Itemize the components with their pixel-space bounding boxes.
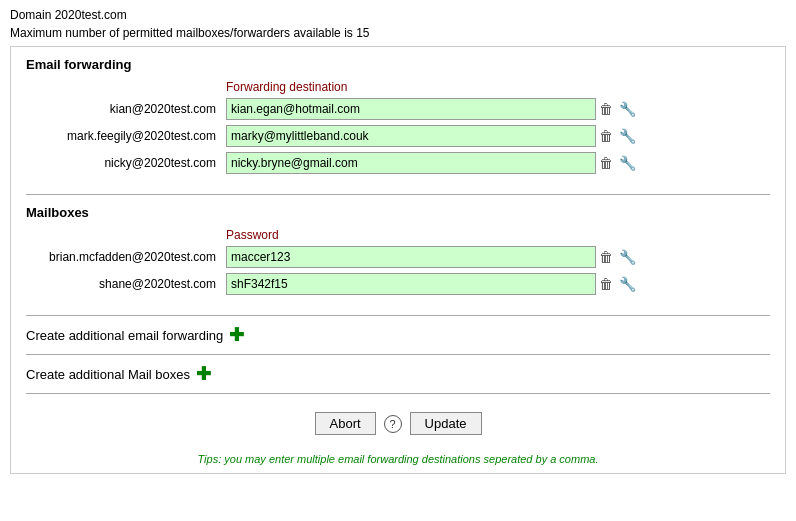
edit-forwarding-2[interactable]: 🔧: [616, 155, 639, 171]
email-forwarding-section: Email forwarding Forwarding destination …: [11, 47, 785, 194]
forwarding-destination-input-1[interactable]: [226, 125, 596, 147]
forwarding-email-label: mark.feegily@2020test.com: [26, 129, 226, 143]
edit-forwarding-1[interactable]: 🔧: [616, 128, 639, 144]
mailbox-password-input-0[interactable]: [226, 246, 596, 268]
edit-mailbox-0[interactable]: 🔧: [616, 249, 639, 265]
max-label: Maximum number of permitted mailboxes/fo…: [10, 24, 786, 42]
create-forwarding-label: Create additional email forwarding: [26, 328, 223, 343]
tips-text: Tips: you may enter multiple email forwa…: [11, 447, 785, 473]
delete-mailbox-0[interactable]: 🗑: [596, 249, 616, 265]
abort-button[interactable]: Abort: [315, 412, 376, 435]
mailbox-row: brian.mcfadden@2020test.com 🗑 🔧: [26, 246, 770, 268]
forwarding-destination-input-2[interactable]: [226, 152, 596, 174]
mailbox-email-label: brian.mcfadden@2020test.com: [26, 250, 226, 264]
forwarding-destination-input-0[interactable]: [226, 98, 596, 120]
create-mailboxes-label: Create additional Mail boxes: [26, 367, 190, 382]
delete-forwarding-1[interactable]: 🗑: [596, 128, 616, 144]
add-forwarding-button[interactable]: ✚: [229, 326, 244, 344]
forwarding-email-label: kian@2020test.com: [26, 102, 226, 116]
mailboxes-section: Mailboxes Password brian.mcfadden@2020te…: [11, 195, 785, 315]
update-button[interactable]: Update: [410, 412, 482, 435]
forwarding-row: kian@2020test.com 🗑 🔧: [26, 98, 770, 120]
mailbox-email-label: shane@2020test.com: [26, 277, 226, 291]
mailbox-row: shane@2020test.com 🗑 🔧: [26, 273, 770, 295]
help-icon[interactable]: ?: [384, 415, 402, 433]
add-mailbox-button[interactable]: ✚: [196, 365, 211, 383]
password-header: Password: [226, 228, 279, 242]
forwarding-email-label: nicky@2020test.com: [26, 156, 226, 170]
forwarding-row: mark.feegily@2020test.com 🗑 🔧: [26, 125, 770, 147]
action-row: Abort ? Update: [11, 394, 785, 447]
edit-forwarding-0[interactable]: 🔧: [616, 101, 639, 117]
mailbox-password-input-1[interactable]: [226, 273, 596, 295]
create-forwarding-row: Create additional email forwarding ✚: [11, 316, 785, 354]
top-info: Domain 2020test.com Maximum number of pe…: [0, 0, 796, 46]
delete-forwarding-0[interactable]: 🗑: [596, 101, 616, 117]
forwarding-destination-header: Forwarding destination: [226, 80, 347, 94]
edit-mailbox-1[interactable]: 🔧: [616, 276, 639, 292]
domain-label: Domain 2020test.com: [10, 6, 786, 24]
email-forwarding-title: Email forwarding: [26, 57, 770, 72]
delete-forwarding-2[interactable]: 🗑: [596, 155, 616, 171]
create-mailboxes-row: Create additional Mail boxes ✚: [11, 355, 785, 393]
forwarding-row: nicky@2020test.com 🗑 🔧: [26, 152, 770, 174]
mailboxes-title: Mailboxes: [26, 205, 770, 220]
delete-mailbox-1[interactable]: 🗑: [596, 276, 616, 292]
